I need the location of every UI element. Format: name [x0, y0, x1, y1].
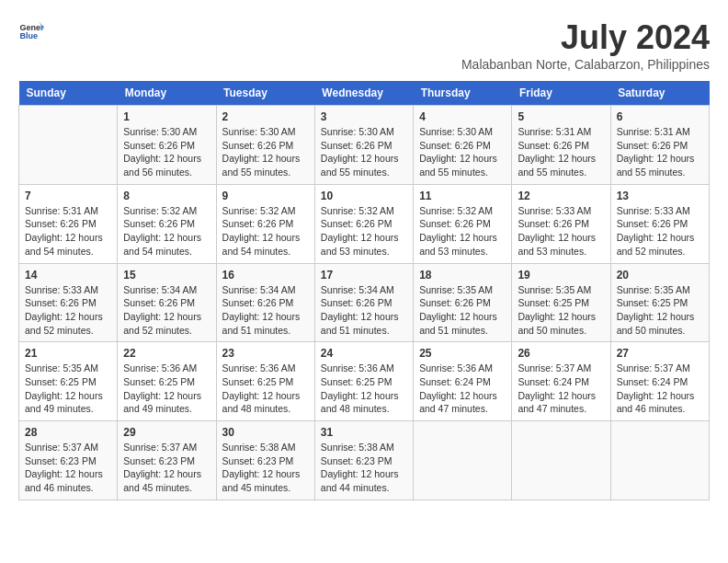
day-number: 27 [617, 347, 703, 360]
calendar-cell: 7Sunrise: 5:31 AM Sunset: 6:26 PM Daylig… [19, 184, 118, 263]
calendar-cell: 28Sunrise: 5:37 AM Sunset: 6:23 PM Dayli… [19, 421, 118, 500]
calendar-cell: 12Sunrise: 5:33 AM Sunset: 6:26 PM Dayli… [512, 184, 610, 263]
calendar-cell: 18Sunrise: 5:35 AM Sunset: 6:26 PM Dayli… [414, 263, 512, 342]
day-info: Sunrise: 5:38 AM Sunset: 6:23 PM Dayligh… [321, 441, 407, 495]
day-number: 6 [617, 110, 703, 123]
calendar-week-row: 14Sunrise: 5:33 AM Sunset: 6:26 PM Dayli… [19, 263, 710, 342]
calendar-week-row: 28Sunrise: 5:37 AM Sunset: 6:23 PM Dayli… [19, 421, 710, 500]
day-number: 2 [222, 110, 309, 123]
logo-icon: General Blue [18, 18, 44, 44]
day-number: 29 [123, 426, 210, 439]
calendar-title: July 2024 [461, 18, 710, 57]
day-info: Sunrise: 5:35 AM Sunset: 6:25 PM Dayligh… [25, 362, 111, 416]
day-info: Sunrise: 5:36 AM Sunset: 6:25 PM Dayligh… [222, 362, 309, 416]
day-number: 4 [419, 110, 506, 123]
day-number: 21 [25, 347, 111, 360]
calendar-cell: 25Sunrise: 5:36 AM Sunset: 6:24 PM Dayli… [414, 342, 512, 421]
calendar-table: SundayMondayTuesdayWednesdayThursdayFrid… [18, 81, 710, 500]
day-info: Sunrise: 5:36 AM Sunset: 6:25 PM Dayligh… [123, 362, 210, 416]
calendar-cell [512, 421, 610, 500]
day-info: Sunrise: 5:30 AM Sunset: 6:26 PM Dayligh… [123, 125, 210, 179]
day-info: Sunrise: 5:37 AM Sunset: 6:24 PM Dayligh… [518, 362, 604, 416]
day-info: Sunrise: 5:37 AM Sunset: 6:23 PM Dayligh… [123, 441, 210, 495]
calendar-cell: 24Sunrise: 5:36 AM Sunset: 6:25 PM Dayli… [314, 342, 413, 421]
calendar-cell: 8Sunrise: 5:32 AM Sunset: 6:26 PM Daylig… [118, 184, 216, 263]
day-number: 11 [419, 190, 506, 202]
day-info: Sunrise: 5:31 AM Sunset: 6:26 PM Dayligh… [617, 125, 703, 179]
day-info: Sunrise: 5:34 AM Sunset: 6:26 PM Dayligh… [123, 283, 210, 338]
day-number: 16 [222, 269, 309, 282]
calendar-cell: 27Sunrise: 5:37 AM Sunset: 6:24 PM Dayli… [610, 342, 709, 421]
day-number: 1 [123, 110, 210, 123]
day-number: 3 [321, 110, 407, 123]
day-info: Sunrise: 5:32 AM Sunset: 6:26 PM Dayligh… [123, 204, 210, 259]
day-number: 20 [617, 269, 703, 282]
calendar-cell: 19Sunrise: 5:35 AM Sunset: 6:25 PM Dayli… [512, 263, 610, 342]
day-number: 26 [518, 347, 604, 360]
calendar-cell: 4Sunrise: 5:30 AM Sunset: 6:26 PM Daylig… [414, 106, 512, 185]
day-number: 31 [321, 426, 407, 439]
calendar-cell: 22Sunrise: 5:36 AM Sunset: 6:25 PM Dayli… [118, 342, 216, 421]
title-area: July 2024 Malabanban Norte, Calabarzon, … [461, 18, 710, 72]
calendar-cell: 5Sunrise: 5:31 AM Sunset: 6:26 PM Daylig… [512, 106, 610, 185]
weekday-header-thursday: Thursday [414, 81, 512, 106]
day-info: Sunrise: 5:30 AM Sunset: 6:26 PM Dayligh… [419, 125, 506, 179]
day-info: Sunrise: 5:34 AM Sunset: 6:26 PM Dayligh… [321, 283, 407, 338]
day-info: Sunrise: 5:30 AM Sunset: 6:26 PM Dayligh… [222, 125, 309, 179]
day-info: Sunrise: 5:34 AM Sunset: 6:26 PM Dayligh… [222, 283, 309, 338]
weekday-header-tuesday: Tuesday [216, 81, 314, 106]
calendar-cell: 9Sunrise: 5:32 AM Sunset: 6:26 PM Daylig… [216, 184, 314, 263]
weekday-header-row: SundayMondayTuesdayWednesdayThursdayFrid… [19, 81, 710, 106]
day-info: Sunrise: 5:33 AM Sunset: 6:26 PM Dayligh… [617, 204, 703, 259]
svg-text:Blue: Blue [19, 31, 38, 40]
calendar-cell: 29Sunrise: 5:37 AM Sunset: 6:23 PM Dayli… [118, 421, 216, 500]
day-info: Sunrise: 5:36 AM Sunset: 6:25 PM Dayligh… [321, 362, 407, 416]
weekday-header-saturday: Saturday [610, 81, 709, 106]
calendar-cell: 16Sunrise: 5:34 AM Sunset: 6:26 PM Dayli… [216, 263, 314, 342]
day-info: Sunrise: 5:32 AM Sunset: 6:26 PM Dayligh… [222, 204, 309, 259]
page-header: General Blue July 2024 Malabanban Norte,… [18, 18, 710, 72]
day-number: 9 [222, 190, 309, 202]
day-number: 17 [321, 269, 407, 282]
logo: General Blue [18, 18, 44, 44]
day-number: 10 [321, 190, 407, 202]
day-info: Sunrise: 5:30 AM Sunset: 6:26 PM Dayligh… [321, 125, 407, 179]
calendar-week-row: 21Sunrise: 5:35 AM Sunset: 6:25 PM Dayli… [19, 342, 710, 421]
day-number: 12 [518, 190, 604, 202]
day-info: Sunrise: 5:33 AM Sunset: 6:26 PM Dayligh… [518, 204, 604, 259]
day-number: 13 [617, 190, 703, 202]
weekday-header-friday: Friday [512, 81, 610, 106]
day-number: 24 [321, 347, 407, 360]
day-info: Sunrise: 5:31 AM Sunset: 6:26 PM Dayligh… [518, 125, 604, 179]
day-info: Sunrise: 5:35 AM Sunset: 6:25 PM Dayligh… [518, 283, 604, 338]
weekday-header-sunday: Sunday [19, 81, 118, 106]
day-number: 14 [25, 269, 111, 282]
day-info: Sunrise: 5:37 AM Sunset: 6:23 PM Dayligh… [25, 441, 111, 495]
calendar-subtitle: Malabanban Norte, Calabarzon, Philippine… [461, 57, 710, 72]
calendar-cell: 21Sunrise: 5:35 AM Sunset: 6:25 PM Dayli… [19, 342, 118, 421]
calendar-week-row: 7Sunrise: 5:31 AM Sunset: 6:26 PM Daylig… [19, 184, 710, 263]
calendar-cell: 15Sunrise: 5:34 AM Sunset: 6:26 PM Dayli… [118, 263, 216, 342]
calendar-cell: 2Sunrise: 5:30 AM Sunset: 6:26 PM Daylig… [216, 106, 314, 185]
calendar-cell: 13Sunrise: 5:33 AM Sunset: 6:26 PM Dayli… [610, 184, 709, 263]
weekday-header-monday: Monday [118, 81, 216, 106]
calendar-cell: 3Sunrise: 5:30 AM Sunset: 6:26 PM Daylig… [314, 106, 413, 185]
calendar-cell [610, 421, 709, 500]
calendar-cell [414, 421, 512, 500]
day-number: 15 [123, 269, 210, 282]
calendar-cell: 31Sunrise: 5:38 AM Sunset: 6:23 PM Dayli… [314, 421, 413, 500]
calendar-cell: 10Sunrise: 5:32 AM Sunset: 6:26 PM Dayli… [314, 184, 413, 263]
day-info: Sunrise: 5:35 AM Sunset: 6:26 PM Dayligh… [419, 283, 506, 338]
day-number: 23 [222, 347, 309, 360]
weekday-header-wednesday: Wednesday [314, 81, 413, 106]
calendar-cell: 1Sunrise: 5:30 AM Sunset: 6:26 PM Daylig… [118, 106, 216, 185]
day-number: 8 [123, 190, 210, 202]
calendar-cell: 23Sunrise: 5:36 AM Sunset: 6:25 PM Dayli… [216, 342, 314, 421]
day-info: Sunrise: 5:31 AM Sunset: 6:26 PM Dayligh… [25, 204, 111, 259]
calendar-cell: 17Sunrise: 5:34 AM Sunset: 6:26 PM Dayli… [314, 263, 413, 342]
day-info: Sunrise: 5:32 AM Sunset: 6:26 PM Dayligh… [321, 204, 407, 259]
calendar-cell: 6Sunrise: 5:31 AM Sunset: 6:26 PM Daylig… [610, 106, 709, 185]
calendar-week-row: 1Sunrise: 5:30 AM Sunset: 6:26 PM Daylig… [19, 106, 710, 185]
day-info: Sunrise: 5:37 AM Sunset: 6:24 PM Dayligh… [617, 362, 703, 416]
day-number: 28 [25, 426, 111, 439]
